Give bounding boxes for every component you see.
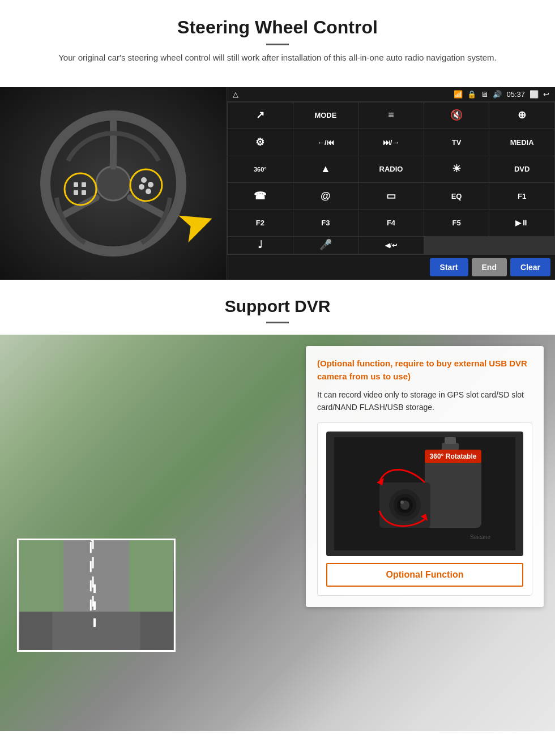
camera-svg-container: 360° Rotatable Seicane	[326, 432, 523, 556]
svg-point-14	[146, 189, 151, 194]
ui-btn-f1[interactable]: F1	[489, 183, 554, 209]
ui-btn-f5[interactable]: F5	[424, 210, 489, 236]
svg-point-12	[148, 182, 153, 187]
ui-btn-f2[interactable]: F2	[228, 210, 293, 236]
svg-rect-19	[52, 612, 140, 650]
section1-description: Your original car's steering wheel contr…	[45, 51, 510, 65]
ui-btn-media[interactable]: MEDIA	[489, 129, 554, 155]
screen-icon: 🖥	[481, 90, 488, 99]
ui-btn-f4[interactable]: F4	[358, 210, 424, 236]
end-button[interactable]: End	[472, 258, 507, 276]
svg-text:Seicane: Seicane	[470, 534, 491, 540]
road-svg	[19, 540, 174, 650]
ui-btn-tv[interactable]: TV	[424, 129, 489, 155]
ui-btn-navigate[interactable]: ↗	[228, 102, 293, 129]
dvr-content: (Optional function, require to buy exter…	[0, 335, 555, 731]
dvr-description: It can record video only to storage in G…	[317, 388, 532, 414]
steering-wheel-photo: ➤	[0, 87, 227, 280]
ui-btn-menu[interactable]: ≡	[358, 102, 424, 129]
dvr-title-area: Support DVR	[0, 280, 555, 335]
clear-button[interactable]: Clear	[510, 258, 550, 276]
svg-rect-7	[74, 182, 78, 187]
dvr-title: Support DVR	[11, 297, 544, 316]
home-icon: △	[233, 90, 238, 99]
lock-icon: 🔒	[467, 90, 476, 99]
section1-title: Steering Wheel Control	[23, 17, 532, 38]
ui-btn-next[interactable]: ⏭/→	[358, 129, 424, 155]
svg-point-11	[141, 177, 147, 183]
ui-btn-radio[interactable]: RADIO	[358, 156, 424, 182]
start-button[interactable]: Start	[430, 258, 468, 276]
dvr-optional-note: (Optional function, require to buy exter…	[317, 357, 532, 383]
ui-btn-mic[interactable]: 🎤	[293, 237, 358, 254]
camera-svg: 360° Rotatable Seicane	[334, 437, 515, 550]
ui-btn-eject[interactable]: ▲	[293, 156, 358, 182]
ui-btn-brightness[interactable]: ☀	[424, 156, 489, 182]
dvr-small-photo	[17, 539, 176, 652]
ui-btn-mode[interactable]: MODE	[293, 102, 358, 129]
ui-btn-skip[interactable]: ◀/↩	[358, 237, 424, 254]
swc-container: ➤ △ 📶 🔒 🖥 🔊 05:37 ⬜ ↩ ↗ MODE ≡ �	[0, 87, 555, 280]
ui-btn-f3[interactable]: F3	[293, 210, 358, 236]
swc-ui-panel: △ 📶 🔒 🖥 🔊 05:37 ⬜ ↩ ↗ MODE ≡ 🔇 ⊕ ⚙ ←/⏮ ⏭	[227, 87, 555, 280]
ui-bottom-row: Start End Clear	[227, 254, 555, 280]
ui-btn-screen[interactable]: ▭	[358, 183, 424, 209]
ui-btn-360[interactable]: 360°	[228, 156, 293, 182]
svg-rect-29	[445, 437, 456, 444]
ui-status-bar: △ 📶 🔒 🖥 🔊 05:37 ⬜ ↩	[227, 87, 555, 102]
ui-btn-prev[interactable]: ←/⏮	[293, 129, 358, 155]
svg-rect-21	[425, 454, 481, 528]
svg-point-1	[96, 166, 130, 200]
ui-btn-eq[interactable]: EQ	[424, 183, 489, 209]
status-left: △	[233, 90, 238, 99]
steering-wheel-svg	[40, 110, 187, 257]
ui-btn-apps[interactable]: ⊕	[489, 102, 554, 129]
camera-image-area: 360° Rotatable Seicane	[326, 432, 523, 556]
status-time: 05:37	[506, 90, 525, 99]
dvr-divider	[266, 322, 289, 323]
window-icon: ⬜	[530, 90, 539, 99]
status-right: 📶 🔒 🖥 🔊 05:37 ⬜ ↩	[454, 90, 549, 99]
camera-card: 360° Rotatable Seicane Optional Function	[317, 422, 532, 596]
back-icon: ↩	[543, 90, 549, 99]
svg-rect-10	[82, 190, 86, 195]
ui-btn-internet[interactable]: @	[293, 183, 358, 209]
section1-divider	[266, 44, 289, 45]
optional-function-button[interactable]: Optional Function	[326, 563, 523, 587]
svg-point-13	[139, 184, 144, 190]
dvr-road-image	[19, 540, 174, 650]
ui-btn-mute[interactable]: 🔇	[424, 102, 489, 129]
dvr-info-card: (Optional function, require to buy exter…	[306, 346, 544, 607]
svg-point-27	[400, 501, 404, 504]
volume-icon: 🔊	[493, 90, 502, 99]
dvr-section: Support DVR (Optional function, require …	[0, 280, 555, 731]
ui-buttons-grid: ↗ MODE ≡ 🔇 ⊕ ⚙ ←/⏮ ⏭/→ TV MEDIA 360° ▲ R…	[227, 102, 555, 254]
wifi-icon: 📶	[454, 90, 463, 99]
svg-text:360° Rotatable: 360° Rotatable	[430, 452, 477, 460]
svg-point-6	[130, 169, 162, 201]
svg-rect-9	[74, 190, 78, 195]
steering-wheel-section: Steering Wheel Control Your original car…	[0, 0, 555, 87]
svg-rect-8	[82, 182, 86, 187]
ui-btn-music[interactable]: ♩	[228, 237, 293, 254]
ui-btn-dvd[interactable]: DVD	[489, 156, 554, 182]
svg-point-5	[65, 173, 96, 205]
steering-wheel-bg: ➤	[0, 87, 227, 280]
ui-btn-phone[interactable]: ☎	[228, 183, 293, 209]
ui-btn-settings[interactable]: ⚙	[228, 129, 293, 155]
ui-btn-playpause[interactable]: ▶⏸	[489, 210, 554, 236]
